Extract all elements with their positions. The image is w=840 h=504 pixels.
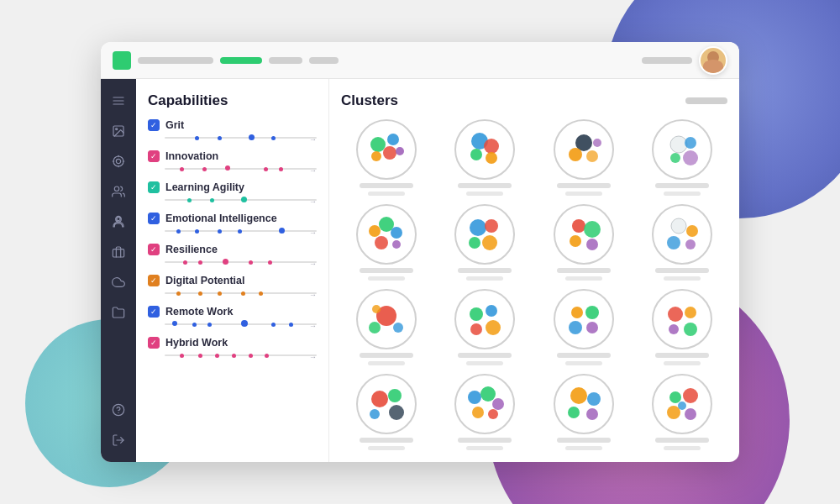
cluster-3-3[interactable] [538,289,629,365]
cap-la-header: ✓ Learning Agility [148,181,317,193]
cap-rw-header: ✓ Remote Work [148,306,317,318]
svg-point-31 [670,153,680,163]
cluster-circle-4-4 [652,374,712,434]
svg-point-57 [486,320,501,335]
cap-innovation-slider[interactable]: → [165,165,317,173]
svg-point-79 [669,391,681,403]
cap-grit-slider[interactable]: → [165,134,317,142]
cap-hw-slider[interactable]: → [165,351,317,360]
cluster-1-1[interactable] [341,119,432,196]
capability-digital-potential: ✓ Digital Potential → [148,275,317,297]
svg-point-64 [669,324,679,334]
svg-point-53 [372,305,381,313]
content-area: Capabilities ✓ Grit [136,79,739,462]
cap-la-slider[interactable]: → [165,196,317,204]
group-icon[interactable] [105,208,132,235]
cluster-2-4[interactable] [638,204,728,281]
cluster-1-3[interactable] [538,119,629,196]
top-bar-left [113,51,642,70]
svg-point-5 [113,156,123,166]
help-icon[interactable] [105,396,132,423]
avatar[interactable] [699,46,727,75]
cap-rw-checkbox[interactable]: ✓ [148,306,160,318]
svg-point-19 [371,151,381,161]
svg-point-43 [584,221,601,238]
svg-point-77 [568,407,580,418]
menu-icon[interactable] [105,87,132,114]
cluster-1-4[interactable] [638,119,728,196]
cluster-circle-3-3 [554,289,614,349]
cap-hw-checkbox[interactable]: ✓ [148,337,160,349]
cap-dp-checkbox[interactable]: ✓ [148,275,160,286]
cap-dp-header: ✓ Digital Potential [148,275,317,286]
svg-point-40 [469,237,480,249]
cap-innovation-checkbox[interactable]: ✓ [148,150,160,162]
capability-hybrid-work: ✓ Hybrid Work → [148,337,317,360]
clusters-header: Clusters [341,92,727,109]
cap-innovation-label: Innovation [165,150,218,162]
cluster-circle-1-2 [454,119,515,180]
briefcase-icon[interactable] [105,239,132,265]
cluster-3-4[interactable] [638,289,728,365]
users-icon[interactable] [105,178,132,205]
svg-point-44 [570,235,581,247]
clusters-grid [341,119,727,450]
cluster-4-1[interactable] [341,374,432,450]
cap-rw-label: Remote Work [165,306,233,318]
cap-grit-label: Grit [165,119,184,131]
svg-point-73 [472,407,484,418]
cluster-4-2[interactable] [440,374,531,450]
cap-resilience-checkbox[interactable]: ✓ [148,244,160,255]
cap-resilience-slider[interactable]: → [165,258,317,266]
image-icon[interactable] [105,118,132,144]
cap-grit-checkbox[interactable]: ✓ [148,119,160,131]
cap-la-label: Learning Agility [165,181,244,193]
cluster-4-4[interactable] [638,374,728,450]
cap-dp-slider[interactable]: → [165,289,317,297]
svg-point-22 [484,139,499,154]
svg-point-78 [586,408,598,420]
cluster-3-2[interactable] [440,289,531,365]
svg-point-16 [370,137,386,152]
clusters-panel: Clusters [329,79,739,462]
svg-point-63 [685,307,696,318]
folder-icon[interactable] [105,299,132,326]
cluster-2-2[interactable] [440,204,531,281]
svg-point-42 [572,219,585,233]
svg-point-49 [685,239,696,249]
cluster-4-3[interactable] [538,374,629,450]
svg-point-32 [683,150,698,165]
cluster-2-3[interactable] [538,204,629,281]
svg-point-36 [375,236,388,249]
svg-point-28 [593,139,601,147]
cluster-3-1[interactable] [341,289,432,365]
cap-ei-slider[interactable]: → [165,227,317,235]
cap-la-checkbox[interactable]: ✓ [148,181,160,193]
capability-grit: ✓ Grit → [148,119,317,142]
cluster-2-1[interactable] [341,204,432,281]
target-icon[interactable] [105,148,132,175]
svg-point-48 [667,236,680,249]
cloud-icon[interactable] [105,269,132,296]
svg-point-54 [470,307,483,321]
clusters-filter-bar[interactable] [685,97,727,104]
svg-point-29 [670,136,687,153]
cap-rw-slider[interactable]: → [165,320,317,328]
svg-point-81 [667,406,680,419]
svg-point-83 [678,402,686,410]
svg-point-37 [392,240,401,249]
nav-bar-4 [309,57,339,64]
cluster-circle-2-3 [554,204,614,265]
cap-hw-header: ✓ Hybrid Work [148,337,317,349]
capability-resilience: ✓ Resilience → [148,244,317,266]
cap-grit-header: ✓ Grit [148,119,317,131]
cap-ei-checkbox[interactable]: ✓ [148,213,160,224]
cluster-1-2[interactable] [440,119,531,196]
cluster-circle-4-2 [454,374,515,434]
svg-point-24 [486,152,497,164]
svg-point-51 [369,322,381,333]
svg-point-62 [668,307,683,322]
svg-point-56 [470,323,482,335]
logout-icon[interactable] [105,427,132,454]
svg-point-67 [388,389,402,402]
